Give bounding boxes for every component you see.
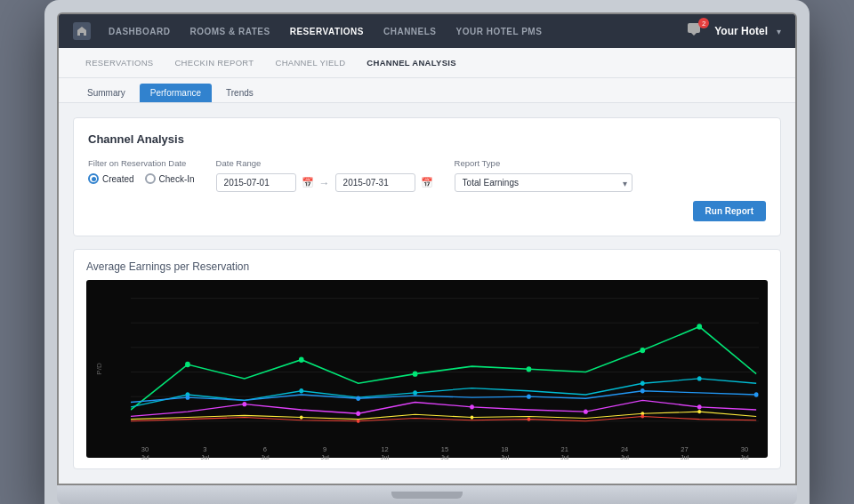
subnav-reservations[interactable]: Reservations xyxy=(77,52,162,73)
tab-bar: Summary Performance Trends xyxy=(59,78,795,103)
date-to-input[interactable] xyxy=(335,173,415,192)
report-type-label: Report Type xyxy=(455,158,632,168)
date-range-inputs: 📅 → 📅 xyxy=(216,173,433,192)
card-title: Channel Analysis xyxy=(88,132,766,146)
laptop-base xyxy=(57,485,797,504)
svg-point-27 xyxy=(584,409,588,413)
x-axis-labels: 30Jul 3Jul 6Jul 9Jul 12Jul 15Jul 18Jul 2… xyxy=(131,444,759,465)
y-axis-label: P/D xyxy=(95,363,103,374)
x-label-0: 30Jul xyxy=(131,445,159,461)
x-label-6: 18Jul xyxy=(490,445,519,461)
radio-created[interactable]: Created xyxy=(88,173,134,184)
svg-point-28 xyxy=(697,404,702,409)
sub-nav: Reservations Checkin Report Channel Yiel… xyxy=(59,48,795,78)
top-nav: Dashboard Rooms & Rates Reservations Cha… xyxy=(59,14,795,48)
run-report-button[interactable]: Run Report xyxy=(693,201,766,221)
home-icon[interactable] xyxy=(73,22,91,40)
nav-left: Dashboard Rooms & Rates Reservations Cha… xyxy=(73,22,544,40)
date-range-group: Date Range 📅 → 📅 xyxy=(216,158,433,192)
svg-point-18 xyxy=(697,324,702,329)
filter-label: Filter on Reservation Date xyxy=(88,158,195,168)
svg-point-35 xyxy=(640,414,644,418)
svg-point-17 xyxy=(640,348,645,353)
svg-point-20 xyxy=(299,388,303,393)
filter-group: Filter on Reservation Date Created Check… xyxy=(88,158,195,184)
radio-created-label: Created xyxy=(102,174,134,184)
svg-point-13 xyxy=(185,362,190,367)
radio-created-dot xyxy=(88,173,99,184)
nav-right: 2 Your Hotel ▾ xyxy=(686,21,781,41)
svg-point-24 xyxy=(242,402,246,406)
svg-point-15 xyxy=(413,371,418,376)
report-type-group: Report Type Total Earnings xyxy=(455,158,632,192)
tab-summary[interactable]: Summary xyxy=(77,84,136,102)
svg-point-32 xyxy=(697,410,701,413)
svg-point-14 xyxy=(299,357,304,363)
subnav-channel-analysis[interactable]: Channel Analysis xyxy=(358,52,465,73)
subnav-channel-yield[interactable]: Channel Yield xyxy=(266,52,354,73)
x-label-2: 6Jul xyxy=(251,445,279,461)
form-row: Filter on Reservation Date Created Check… xyxy=(88,158,766,192)
report-type-wrapper: Total Earnings xyxy=(455,173,632,192)
nav-dashboard[interactable]: Dashboard xyxy=(107,23,173,40)
svg-point-36 xyxy=(186,396,190,400)
date-range-label: Date Range xyxy=(216,158,433,168)
radio-checkin[interactable]: Check-In xyxy=(145,173,195,184)
notification-badge[interactable]: 2 xyxy=(686,21,705,41)
chart-svg: 50K 40K 30K 20K 10K 0K xyxy=(131,289,759,440)
nav-rooms-rates[interactable]: Rooms & Rates xyxy=(189,23,272,40)
svg-point-38 xyxy=(527,394,531,398)
svg-point-30 xyxy=(471,415,474,419)
date-separator: → xyxy=(319,177,330,189)
nav-hotel-pms[interactable]: Your Hotel PMS xyxy=(455,23,544,40)
chart-card: Average Earnings per Reservation P/D 50K xyxy=(73,249,781,469)
svg-point-29 xyxy=(300,415,303,419)
x-label-5: 15Jul xyxy=(431,445,459,461)
form-actions: Run Report xyxy=(88,201,766,221)
svg-point-37 xyxy=(356,396,360,401)
x-label-10: 30Jul xyxy=(730,445,759,461)
laptop-notch xyxy=(391,492,463,499)
notification-count: 2 xyxy=(698,18,709,28)
calendar-to-icon[interactable]: 📅 xyxy=(421,177,433,188)
svg-point-33 xyxy=(357,420,360,423)
chart-title: Average Earnings per Reservation xyxy=(86,260,768,273)
svg-point-21 xyxy=(413,390,417,395)
x-label-8: 24Jul xyxy=(610,445,639,461)
svg-point-22 xyxy=(640,381,645,386)
date-from-input[interactable] xyxy=(216,173,296,192)
report-type-select[interactable]: Total Earnings xyxy=(455,173,632,192)
svg-point-16 xyxy=(527,366,532,372)
nav-reservations[interactable]: Reservations xyxy=(288,23,366,40)
radio-checkin-label: Check-In xyxy=(159,174,195,184)
x-label-9: 27Jul xyxy=(671,445,699,461)
svg-point-26 xyxy=(470,404,474,409)
x-label-7: 21Jul xyxy=(551,445,579,461)
svg-point-34 xyxy=(528,418,531,421)
radio-checkin-dot xyxy=(145,173,156,184)
tab-trends[interactable]: Trends xyxy=(215,84,264,102)
svg-point-25 xyxy=(356,412,360,416)
tab-performance[interactable]: Performance xyxy=(140,84,212,102)
hotel-name: Your Hotel xyxy=(714,25,768,37)
nav-channels[interactable]: Channels xyxy=(382,23,439,40)
laptop-frame: Dashboard Rooms & Rates Reservations Cha… xyxy=(44,0,810,504)
subnav-checkin-report[interactable]: Checkin Report xyxy=(165,52,262,73)
svg-point-23 xyxy=(697,376,702,380)
x-label-4: 12Jul xyxy=(371,445,399,461)
hotel-dropdown-arrow[interactable]: ▾ xyxy=(777,27,781,36)
radio-group: Created Check-In xyxy=(88,173,195,184)
laptop-screen: Dashboard Rooms & Rates Reservations Cha… xyxy=(57,12,797,485)
svg-point-40 xyxy=(754,392,759,396)
calendar-from-icon[interactable]: 📅 xyxy=(302,177,314,188)
x-label-1: 3Jul xyxy=(190,445,219,461)
svg-point-39 xyxy=(640,388,645,393)
chart-area: P/D 50K 40K 30K 20K 10K xyxy=(86,280,768,458)
channel-analysis-card: Channel Analysis Filter on Reservation D… xyxy=(73,117,781,236)
x-label-3: 9Jul xyxy=(310,445,339,461)
main-content: Channel Analysis Filter on Reservation D… xyxy=(59,103,795,484)
